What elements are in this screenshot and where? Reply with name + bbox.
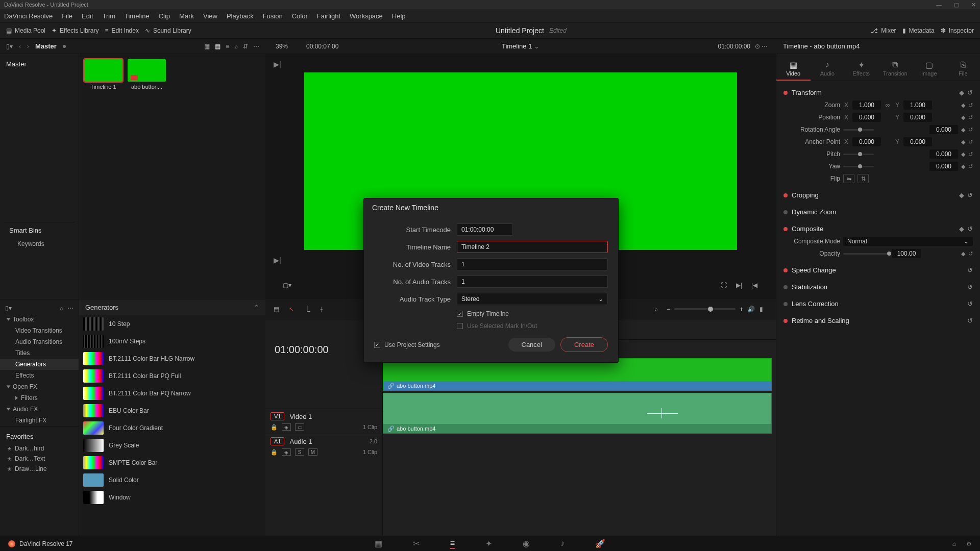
blade-tool[interactable]: ⟊	[320, 306, 328, 313]
selection-tool[interactable]: ↖	[289, 306, 297, 313]
menu-color[interactable]: Color	[292, 12, 308, 20]
empty-timeline-checkbox[interactable]: ✓Empty Timeline	[457, 310, 509, 317]
menu-clip[interactable]: Clip	[159, 12, 170, 20]
menu-mark[interactable]: Mark	[179, 12, 194, 20]
maximize-button[interactable]: ▢	[954, 2, 959, 8]
view-mode-icon[interactable]: ▢▾	[283, 282, 291, 289]
lock-icon[interactable]: 🔒	[271, 424, 278, 431]
clip-abo-button[interactable]: abo button...	[128, 59, 166, 90]
audio-meter-icon[interactable]: 🔊	[747, 306, 755, 313]
audiofx-node[interactable]: Audio FX	[0, 404, 79, 415]
viewer-zoom[interactable]: 39%	[276, 43, 288, 50]
toolbox-node[interactable]: Toolbox	[0, 314, 79, 325]
page-deliver[interactable]: 🚀	[595, 539, 605, 549]
rotation-slider[interactable]	[843, 129, 874, 131]
keyframe-icon[interactable]: ◆	[959, 89, 964, 96]
menu-timeline[interactable]: Timeline	[125, 12, 150, 20]
minimize-button[interactable]: —	[936, 2, 942, 8]
thumb-list-icon[interactable]: ≡	[226, 43, 229, 50]
generator-item[interactable]: Four Color Gradient	[79, 419, 265, 437]
media-pool-button[interactable]: ▤Media Pool	[6, 27, 45, 34]
generator-item[interactable]: BT.2111 Color Bar PQ Full	[79, 367, 265, 385]
tab-video[interactable]: ▦Video	[776, 57, 811, 81]
trim-tool[interactable]: ⎿	[304, 306, 312, 313]
video-clip[interactable]: 🔗abo button.mp4	[383, 358, 772, 391]
video-tracks-input[interactable]: 1	[457, 258, 608, 270]
fairlight-fx[interactable]: Fairlight FX	[0, 415, 79, 426]
sort-icon[interactable]: ⇵	[243, 43, 248, 50]
lens-header[interactable]: Lens Correction	[792, 300, 839, 308]
composite-mode-select[interactable]: Normal⌄	[843, 237, 973, 246]
flip-h-button[interactable]: ⇋	[843, 174, 854, 183]
mute-button[interactable]: M	[308, 448, 317, 456]
generator-item[interactable]: Grey Scale	[79, 437, 265, 454]
generator-item[interactable]: EBU Color Bar	[79, 402, 265, 419]
close-button[interactable]: ✕	[971, 2, 976, 8]
cropping-header[interactable]: Cropping	[792, 191, 819, 199]
next-edit-button[interactable]: |◀	[750, 282, 758, 289]
composite-header[interactable]: Composite	[792, 225, 823, 233]
audio-transitions[interactable]: Audio Transitions	[0, 336, 79, 347]
fav-item[interactable]: ★Dark…Text	[0, 454, 79, 464]
menu-view[interactable]: View	[203, 12, 217, 20]
zoom-x-input[interactable]: 1.000	[852, 101, 881, 110]
titles[interactable]: Titles	[0, 347, 79, 359]
stabilization-header[interactable]: Stabilization	[792, 283, 827, 291]
inspector-button[interactable]: ✽Inspector	[941, 27, 974, 34]
create-button[interactable]: Create	[560, 337, 608, 352]
start-timecode-input[interactable]: 01:00:00:00	[457, 223, 513, 236]
nav-back-button[interactable]: ‹	[19, 43, 21, 50]
link-icon[interactable]: ∞	[884, 102, 891, 109]
fav-item[interactable]: ★Dark…hird	[0, 443, 79, 454]
effects-library-button[interactable]: ✦Effects Library	[52, 27, 99, 34]
more-icon[interactable]: ⋯	[253, 43, 259, 50]
menu-file[interactable]: File	[62, 12, 72, 20]
generator-item[interactable]: BT.2111 Color Bar HLG Narrow	[79, 350, 265, 367]
opacity-input[interactable]: 100.00	[892, 249, 921, 258]
timeline-view-icon[interactable]: ▤	[274, 306, 282, 313]
sound-library-button[interactable]: ∿Sound Library	[145, 27, 191, 34]
anchor-x-input[interactable]: 0.000	[852, 137, 881, 146]
fx-panel-toggle[interactable]: ▯▾	[5, 305, 12, 312]
menu-trim[interactable]: Trim	[103, 12, 116, 20]
page-color[interactable]: ◉	[523, 539, 530, 549]
speed-header[interactable]: Speed Change	[792, 266, 836, 274]
tab-audio[interactable]: ♪Audio	[811, 57, 845, 81]
page-fairlight[interactable]: ♪	[560, 539, 565, 549]
search-icon[interactable]: ⌕	[234, 43, 238, 50]
nav-fwd-button[interactable]: ›	[27, 43, 29, 50]
edit-index-button[interactable]: ≡Edit Index	[105, 27, 139, 34]
auto-select-icon[interactable]: ◈	[282, 423, 291, 431]
video-track-header[interactable]: V1Video 1 🔒◈▭1 Clip	[265, 409, 382, 434]
yaw-slider[interactable]	[843, 166, 874, 167]
disable-icon[interactable]: ▭	[295, 423, 304, 431]
zoom-slider[interactable]	[674, 308, 736, 310]
page-cut[interactable]: ✂	[413, 539, 420, 549]
menu-fusion[interactable]: Fusion	[263, 12, 283, 20]
generator-item[interactable]: 10 Step	[79, 315, 265, 333]
fx-search-icon[interactable]: ⌕	[60, 305, 63, 312]
reset-icon[interactable]: ↺	[967, 89, 973, 96]
mixer-button[interactable]: ⎇Mixer	[871, 27, 896, 34]
home-button[interactable]: ⌂	[952, 540, 956, 547]
pitch-input[interactable]: 0.000	[929, 149, 958, 159]
tab-file[interactable]: ⎘File	[946, 57, 981, 81]
full-extent-icon[interactable]: ⛶	[720, 282, 728, 289]
menu-edit[interactable]: Edit	[82, 12, 93, 20]
zoom-in-button[interactable]: +	[740, 306, 743, 313]
solo-button[interactable]: S	[295, 448, 304, 456]
menu-help[interactable]: Help	[392, 12, 406, 20]
zoom-y-input[interactable]: 1.000	[903, 101, 932, 110]
tab-image[interactable]: ▢Image	[912, 57, 946, 81]
menu-fairlight[interactable]: Fairlight	[317, 12, 340, 20]
prev-edit-button[interactable]: ▶|	[735, 282, 743, 289]
generator-item[interactable]: Window	[79, 489, 265, 506]
filters[interactable]: Filters	[0, 392, 79, 404]
audio-track-header[interactable]: A1Audio 12.0 🔒◈SM1 Clip	[265, 434, 382, 459]
auto-select-icon[interactable]: ◈	[282, 448, 291, 456]
anchor-y-input[interactable]: 0.000	[903, 137, 932, 146]
effects[interactable]: Effects	[0, 370, 79, 381]
settings-button[interactable]: ⚙	[966, 540, 972, 547]
page-fusion[interactable]: ✦	[485, 539, 492, 549]
audio-track-type-select[interactable]: Stereo⌄	[457, 293, 608, 305]
